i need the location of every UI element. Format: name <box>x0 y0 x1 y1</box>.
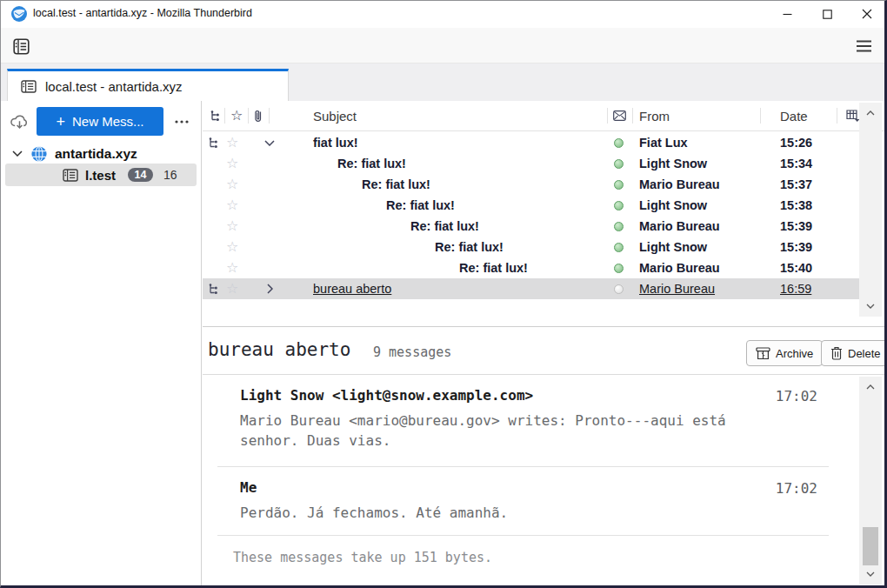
subject-cell: Re: fiat lux! <box>386 195 455 216</box>
star-toggle[interactable]: ☆ <box>226 278 238 299</box>
twisty-icon[interactable] <box>263 174 277 195</box>
star-toggle[interactable]: ☆ <box>226 257 238 278</box>
thunderbird-window: local.test - antartida.xyz - Mozilla Thu… <box>0 0 887 588</box>
folder-name: l.test <box>85 168 116 183</box>
from-cell: Mario Bureau <box>639 174 720 195</box>
thread-list-scrollbar[interactable] <box>859 103 882 317</box>
message-item[interactable]: Light Snow <light@snow.example.com> 17:0… <box>240 387 829 451</box>
app-menu-button[interactable] <box>850 36 877 57</box>
tab-bar: local.test - antartida.xyz <box>0 63 887 101</box>
from-cell: Light Snow <box>639 237 707 257</box>
star-toggle[interactable]: ☆ <box>226 216 238 237</box>
globe-icon <box>30 145 48 163</box>
column-separator <box>760 108 761 124</box>
scroll-up-icon[interactable] <box>859 106 882 120</box>
star-toggle[interactable]: ☆ <box>226 237 238 257</box>
star-toggle[interactable]: ☆ <box>226 153 238 174</box>
message-row[interactable]: ☆ Re: fiat lux! Light Snow 15:34 <box>203 153 859 174</box>
message-item[interactable]: Me 17:02 Perdão. Já fechamos. Até amanhã… <box>240 479 829 523</box>
from-cell: Light Snow <box>639 195 707 216</box>
archive-button[interactable]: Archive <box>746 340 823 366</box>
twisty-icon[interactable] <box>263 216 277 237</box>
subject-cell: Re: fiat lux! <box>362 174 430 195</box>
spaces-toggle-button[interactable] <box>9 35 33 57</box>
scroll-down-icon[interactable] <box>859 567 882 581</box>
from-cell: Fiat Lux <box>639 132 688 153</box>
message-row[interactable]: ☆ bureau aberto Mario Bureau 16:59 <box>203 278 859 299</box>
star-toggle[interactable]: ☆ <box>226 132 238 153</box>
subject-cell: Re: fiat lux! <box>410 216 479 237</box>
date-cell: 15:37 <box>780 174 812 195</box>
message-row[interactable]: ☆ Re: fiat lux! Mario Bureau 15:39 <box>203 216 859 237</box>
date-cell: 15:38 <box>780 195 812 216</box>
scroll-down-icon[interactable] <box>859 299 882 313</box>
star-toggle[interactable]: ☆ <box>226 174 238 195</box>
from-column-header[interactable]: From <box>639 101 670 130</box>
read-dot[interactable] <box>614 237 624 257</box>
twisty-icon[interactable] <box>263 257 277 278</box>
twisty-icon[interactable] <box>263 132 277 153</box>
column-picker-button[interactable] <box>846 101 860 130</box>
message-row[interactable]: ☆ Re: fiat lux! Light Snow 15:39 <box>203 237 859 257</box>
date-cell: 15:34 <box>780 153 812 174</box>
read-status-icon <box>613 110 626 121</box>
maximize-button[interactable] <box>807 0 847 28</box>
star-column-header[interactable]: ☆ <box>230 101 243 130</box>
date-column-header[interactable]: Date <box>780 101 808 130</box>
window-controls <box>767 0 887 28</box>
folder-pane: + New Mess... antartida.xyz l.test 14 16 <box>0 101 202 588</box>
message-pane: Light Snow <light@snow.example.com> 17:0… <box>203 375 859 585</box>
message-divider <box>217 466 829 467</box>
minimize-button[interactable] <box>767 0 807 28</box>
message-row[interactable]: ☆ fiat lux! Fiat Lux 15:26 <box>203 132 859 153</box>
delete-label: Delete <box>848 347 881 360</box>
subject-cell: Re: fiat lux! <box>435 237 504 257</box>
attachment-column-header[interactable] <box>254 101 263 130</box>
twisty-icon[interactable] <box>263 153 277 174</box>
thunderbird-logo-icon <box>10 5 28 23</box>
read-dot[interactable] <box>614 153 624 174</box>
new-message-label: New Mess... <box>72 114 144 129</box>
get-messages-icon[interactable] <box>10 114 30 130</box>
message-row[interactable]: ☆ Re: fiat lux! Mario Bureau 15:37 <box>203 174 859 195</box>
scrollbar-thumb[interactable] <box>863 527 878 565</box>
read-dot[interactable] <box>614 174 624 195</box>
scroll-up-icon[interactable] <box>859 380 882 394</box>
read-dot[interactable] <box>614 195 624 216</box>
twisty-icon[interactable] <box>263 237 277 257</box>
read-column-header[interactable] <box>613 101 626 130</box>
read-dot[interactable] <box>614 278 624 299</box>
thread-column-header[interactable] <box>210 101 222 130</box>
tab-local-test[interactable]: local.test - antartida.xyz <box>7 69 289 101</box>
close-button[interactable] <box>847 0 887 28</box>
unified-toolbar <box>0 28 887 63</box>
subject-column-header[interactable]: Subject <box>313 101 357 130</box>
subject-cell: Re: fiat lux! <box>459 257 528 278</box>
message-body: Mario Bureau <mario@bureau.gov> writes: … <box>240 411 779 451</box>
newspaper-icon <box>21 80 37 93</box>
from-cell: Light Snow <box>639 153 707 174</box>
delete-button[interactable]: Delete <box>821 340 887 366</box>
star-toggle[interactable]: ☆ <box>226 195 238 216</box>
trash-icon <box>830 346 843 360</box>
message-time: 17:02 <box>776 388 817 404</box>
account-row-antartida[interactable]: antartida.xyz <box>0 143 201 164</box>
chevron-down-icon[interactable] <box>12 150 23 157</box>
date-cell: 15:40 <box>780 257 812 278</box>
account-name: antartida.xyz <box>55 146 137 162</box>
message-row[interactable]: ☆ Re: fiat lux! Mario Bureau 15:40 <box>203 257 859 278</box>
read-dot[interactable] <box>614 216 624 237</box>
message-body: Perdão. Já fechamos. Até amanhã. <box>240 503 779 523</box>
message-pane-scrollbar[interactable] <box>859 377 882 585</box>
read-dot[interactable] <box>614 257 624 278</box>
titlebar: local.test - antartida.xyz - Mozilla Thu… <box>0 0 887 28</box>
read-dot[interactable] <box>614 132 624 153</box>
twisty-icon[interactable] <box>263 278 277 299</box>
folder-row-ltest[interactable]: l.test 14 16 <box>5 164 197 186</box>
message-row[interactable]: ☆ Re: fiat lux! Light Snow 15:38 <box>203 195 859 216</box>
new-message-button[interactable]: + New Mess... <box>37 107 163 136</box>
star-icon: ☆ <box>230 109 243 123</box>
archive-label: Archive <box>776 347 813 360</box>
folder-pane-options-button[interactable] <box>170 111 193 132</box>
twisty-icon[interactable] <box>263 195 277 216</box>
